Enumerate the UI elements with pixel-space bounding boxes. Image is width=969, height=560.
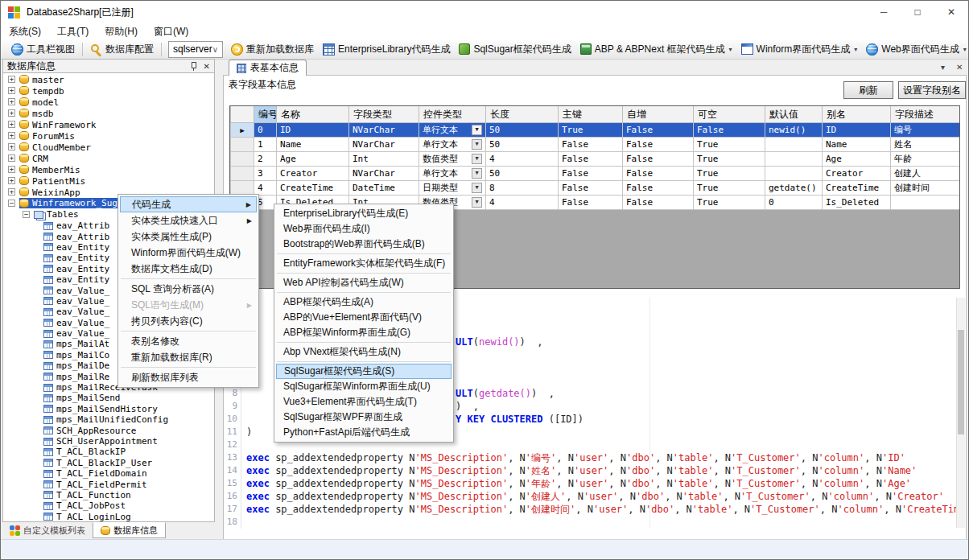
refresh-button[interactable]: 刷新 — [843, 81, 893, 99]
submenu-item[interactable]: EnterpriseLibrary代码生成(E) — [276, 206, 452, 221]
grid-cell[interactable]: 年龄 — [891, 152, 961, 167]
collapse-toggle[interactable]: − — [23, 211, 30, 218]
grid-column-header[interactable]: 字段描述 — [891, 106, 961, 123]
expand-toggle[interactable]: + — [8, 188, 15, 196]
grid-cell[interactable] — [765, 152, 823, 167]
menubar-item[interactable]: 系统(S) — [1, 23, 49, 39]
grid-cell[interactable]: False — [559, 152, 623, 167]
minimize-icon[interactable]: ─ — [867, 1, 901, 23]
grid-column-header[interactable]: 默认值 — [765, 106, 823, 123]
submenu-item[interactable]: Web界面代码生成(I) — [276, 221, 452, 237]
grid-column-header[interactable]: 控件类型 — [419, 106, 486, 123]
grid-cell[interactable]: True — [694, 138, 765, 152]
context-menu-item[interactable]: 实体类生成快速入口▶ — [120, 212, 257, 229]
toolbar-button[interactable]: EnterpriseLibrary代码生成 — [319, 41, 454, 58]
pin-icon[interactable] — [190, 62, 197, 71]
toolbar-button[interactable]: 工具栏视图 — [7, 41, 79, 58]
menubar-item[interactable]: 窗口(W) — [146, 23, 196, 39]
submenu-item[interactable]: ABP框架代码生成(A) — [276, 294, 452, 310]
toolbar-button[interactable]: SqlSugar框架代码生成 — [455, 41, 575, 58]
grid-cell[interactable]: 创建时间 — [891, 181, 961, 196]
submenu-item[interactable]: Vue3+Element界面代码生成(T) — [276, 394, 452, 410]
grid-cell[interactable]: Creator — [823, 167, 891, 181]
combo-dropdown-icon[interactable]: ▼ — [472, 197, 482, 208]
grid-cell[interactable]: True — [694, 167, 765, 181]
grid-column-header[interactable]: 自增 — [623, 106, 694, 123]
grid-cell[interactable]: Name — [277, 138, 349, 152]
grid-cell[interactable]: False — [623, 152, 694, 167]
grid-cell[interactable]: NVarChar — [349, 167, 419, 181]
submenu-item[interactable]: SqlSugar框架代码生成(S) — [276, 364, 452, 379]
context-menu-item[interactable]: SQL 查询分析器(A) — [120, 281, 257, 297]
toolbar-button[interactable]: Winform界面代码生成▾ — [737, 41, 862, 58]
expand-toggle[interactable]: + — [8, 177, 15, 184]
combo-dropdown-icon[interactable]: ▼ — [472, 183, 482, 193]
submenu-item[interactable]: Python+FastApi后端代码生成 — [276, 425, 452, 440]
grid-column-header[interactable]: 编号 — [254, 106, 277, 123]
grid-cell[interactable]: DateTime — [349, 181, 419, 196]
toolbar-button[interactable]: 数据库配置 — [86, 41, 158, 58]
tab-table-basic-info[interactable]: 表基本信息 — [229, 60, 307, 76]
grid-cell[interactable] — [765, 167, 823, 181]
grid-cell[interactable]: NVarChar — [349, 138, 419, 152]
grid-cell[interactable]: 4 — [254, 181, 277, 196]
expand-toggle[interactable]: + — [8, 154, 15, 162]
grid-cell[interactable]: 单行文本▼ — [419, 167, 486, 181]
grid-cell[interactable]: Age — [823, 152, 891, 167]
grid-cell[interactable]: True — [559, 123, 623, 138]
grid-cell[interactable]: 4 — [486, 152, 559, 167]
grid-cell[interactable] — [765, 138, 823, 152]
grid-cell[interactable]: True — [694, 196, 765, 210]
expand-toggle[interactable]: + — [8, 132, 15, 139]
combo-dropdown-icon[interactable]: ▼ — [472, 154, 482, 164]
context-menu-item[interactable]: 刷新数据库列表 — [120, 369, 257, 385]
grid-column-header[interactable]: 别名 — [823, 106, 891, 123]
editor-vertical-scrollbar[interactable] — [956, 298, 965, 528]
submenu-item[interactable]: SqlSugar框架Winform界面生成(U) — [276, 379, 452, 394]
tree-item-table[interactable]: SCH_UserAppointment — [3, 436, 214, 447]
grid-cell[interactable]: ID — [823, 123, 891, 138]
grid-cell[interactable]: Is_Deleted — [823, 196, 891, 210]
expand-toggle[interactable]: + — [8, 87, 15, 94]
tree-item-table[interactable]: mps_MailUnifiedConfig — [3, 414, 214, 425]
grid-cell[interactable]: False — [623, 123, 694, 138]
submenu-item[interactable]: EntityFramework实体框架代码生成(F) — [276, 256, 452, 271]
grid-cell[interactable]: False — [559, 181, 623, 196]
toolbar-button[interactable]: Web界面代码生成▾ — [862, 41, 969, 58]
grid-cell[interactable]: 0 — [765, 196, 823, 210]
grid-cell[interactable] — [891, 196, 961, 210]
grid-cell[interactable]: 1 — [254, 138, 277, 152]
maximize-icon[interactable]: □ — [901, 1, 934, 23]
grid-cell[interactable]: Creator — [277, 167, 349, 181]
tree-item-table[interactable]: T_ACL_JobPost — [3, 500, 214, 511]
submenu-item[interactable]: Abp VNext框架代码生成(N) — [276, 344, 452, 360]
row-selector[interactable] — [231, 138, 254, 152]
grid-cell[interactable]: CreateTime — [277, 181, 349, 196]
tree-item-table[interactable]: T_ACL_FieldPermit — [3, 479, 214, 489]
set-field-alias-button[interactable]: 设置字段别名 — [898, 81, 966, 99]
grid-cell[interactable]: Name — [823, 138, 891, 152]
expand-toggle[interactable]: + — [8, 166, 15, 173]
grid-cell[interactable]: 50 — [486, 138, 559, 152]
grid-cell[interactable]: ID — [277, 123, 349, 138]
tree-item-table[interactable]: T_ACL_Function — [3, 490, 214, 500]
grid-cell[interactable]: False — [694, 123, 765, 138]
expand-toggle[interactable]: + — [8, 143, 15, 150]
grid-cell[interactable]: CreateTime — [823, 181, 891, 196]
expand-toggle[interactable]: + — [8, 76, 15, 83]
grid-cell[interactable]: False — [623, 167, 694, 181]
grid-column-header[interactable]: 字段类型 — [349, 106, 419, 123]
collapse-toggle[interactable]: − — [8, 200, 15, 207]
scrollbar-thumb[interactable] — [958, 330, 964, 434]
grid-cell[interactable]: 8 — [486, 181, 559, 196]
grid-cell[interactable]: 数值类型▼ — [419, 152, 486, 167]
context-menu-item[interactable]: 数据库文档生成(D) — [120, 261, 257, 277]
submenu-item[interactable]: ABP的Vue+Element界面代码(V) — [276, 310, 452, 325]
context-menu-item[interactable]: 实体类属性生成(P) — [120, 229, 257, 245]
grid-column-header[interactable]: 长度 — [486, 106, 559, 123]
close-icon[interactable]: ✕ — [934, 1, 968, 23]
grid-column-header[interactable]: 可空 — [694, 106, 765, 123]
menubar-item[interactable]: 帮助(H) — [97, 23, 146, 39]
context-menu-item[interactable]: 代码生成▶ — [120, 196, 257, 212]
grid-cell[interactable]: False — [623, 196, 694, 210]
